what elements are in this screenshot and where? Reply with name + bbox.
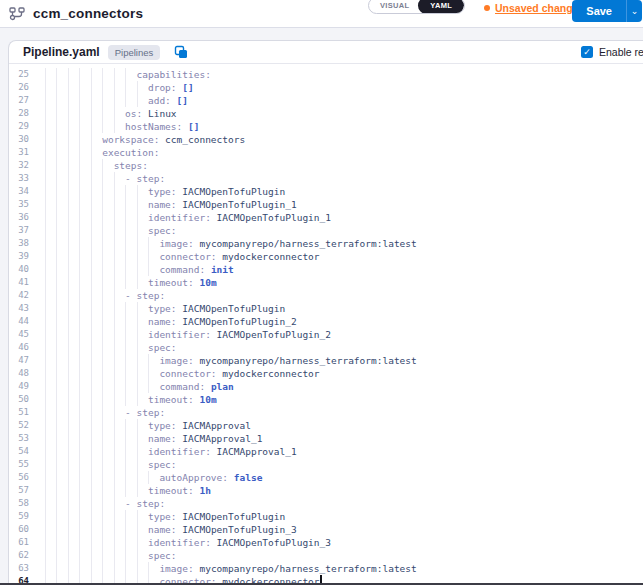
code-line[interactable]: 34type: IACMOpenTofuPlugin [9,185,643,198]
yaml-key: image: [159,562,193,575]
code-line[interactable]: 39connector: mydockerconnector [9,250,643,263]
code-line[interactable]: 45identifier: IACMOpenTofuPlugin_2 [9,328,643,341]
code-line[interactable]: 36identifier: IACMOpenTofuPlugin_1 [9,211,643,224]
yaml-key: timeout: [148,484,194,497]
copy-icon[interactable] [174,45,188,59]
code-line[interactable]: 41timeout: 10m [9,276,643,289]
code-line[interactable]: 60name: IACMOpenTofuPlugin_3 [9,523,643,536]
code-line[interactable]: 38image: mycompanyrepo/harness_terraform… [9,237,643,250]
code-line[interactable]: 31execution: [9,146,643,159]
code-line[interactable]: 26drop: [] [9,81,643,94]
save-button[interactable]: Save [572,0,626,22]
indent-guides [45,341,148,354]
indent-guides [45,354,159,367]
code-line[interactable]: 62spec: [9,549,643,562]
code-line[interactable]: 35name: IACMOpenTofuPlugin_1 [9,198,643,211]
code-line[interactable]: 50timeout: 10m [9,393,643,406]
visual-yaml-toggle[interactable]: VISUAL YAML [368,0,465,14]
code-line[interactable]: 37spec: [9,224,643,237]
unsaved-changes-link[interactable]: Unsaved changes [495,2,584,14]
yaml-list-dash: - [125,497,136,510]
indent-guides [45,328,148,341]
yaml-value: IACMOpenTofuPlugin_3 [211,536,331,549]
code-line[interactable]: 52type: IACMApproval [9,419,643,432]
toggle-yaml-option[interactable]: YAML [418,0,464,14]
yaml-key: command: [159,263,205,276]
code-line[interactable]: 49command: plan [9,380,643,393]
indent-guides [45,536,148,549]
line-number: 33 [9,172,33,185]
readonly-checkbox[interactable]: ✓ [581,46,593,58]
indent-guides [45,393,148,406]
code-line[interactable]: 42- step: [9,289,643,302]
code-line[interactable]: 33- step: [9,172,643,185]
yaml-value: 1h [194,484,211,497]
yaml-list-dash: - [125,172,136,185]
indent-guides [45,146,102,159]
code-line[interactable]: 63image: mycompanyrepo/harness_terraform… [9,562,643,575]
indent-guides [45,523,148,536]
unsaved-changes-status: Unsaved changes [484,2,584,14]
code-line[interactable]: 56autoApprove: false [9,471,643,484]
code-line[interactable]: 44name: IACMOpenTofuPlugin_2 [9,315,643,328]
code-line[interactable]: 48connector: mydockerconnector [9,367,643,380]
indent-guides [45,172,125,185]
indent-guides [45,289,125,302]
code-line[interactable]: 51- step: [9,406,643,419]
yaml-value: IACMOpenTofuPlugin [177,510,286,523]
code-line[interactable]: 57timeout: 1h [9,484,643,497]
line-number: 29 [9,120,33,133]
line-number: 59 [9,510,33,523]
yaml-value: IACMApproval_1 [177,432,263,445]
file-name-label: Pipeline.yaml [23,45,100,59]
code-line[interactable]: 59type: IACMOpenTofuPlugin [9,510,643,523]
indent-guides [45,484,148,497]
code-line[interactable]: 30workspace: ccm_connectors [9,133,643,146]
indent-guides [45,68,137,81]
code-line[interactable]: 46spec: [9,341,643,354]
indent-guides [45,198,148,211]
save-dropdown-caret-icon[interactable]: ⌄ [626,0,642,22]
save-split-button[interactable]: Save ⌄ [572,0,642,22]
yaml-key: capabilities: [137,68,211,81]
indent-guides [45,94,148,107]
pipelines-badge: Pipelines [108,45,161,60]
line-number: 30 [9,133,33,146]
code-line[interactable]: 40command: init [9,263,643,276]
yaml-key: spec: [148,224,177,237]
code-line[interactable]: 29hostNames: [] [9,120,643,133]
indent-guides [45,367,159,380]
yaml-value: IACMOpenTofuPlugin [177,185,286,198]
yaml-code-editor[interactable]: 25capabilities:26drop: []27add: []28os: … [9,64,643,585]
line-number: 25 [9,68,33,81]
indent-guides [45,562,159,575]
code-line[interactable]: 25capabilities: [9,68,643,81]
line-number: 34 [9,185,33,198]
line-number: 52 [9,419,33,432]
code-line[interactable]: 32steps: [9,159,643,172]
code-line[interactable]: 53name: IACMApproval_1 [9,432,643,445]
code-line[interactable]: 27add: [] [9,94,643,107]
yaml-key: connector: [159,367,216,380]
yaml-key: name: [148,198,177,211]
code-line[interactable]: 54identifier: IACMApproval_1 [9,445,643,458]
yaml-key: connector: [159,250,216,263]
indent-guides [45,315,148,328]
indent-guides [45,120,125,133]
editor-panel-header: Pipeline.yaml Pipelines ✓ Enable read/ [9,41,643,64]
line-number: 53 [9,432,33,445]
code-line[interactable]: 58- step: [9,497,643,510]
line-number: 26 [9,81,33,94]
yaml-key: image: [159,354,193,367]
pipeline-icon [9,7,25,21]
code-line[interactable]: 47image: mycompanyrepo/harness_terraform… [9,354,643,367]
yaml-value: 10m [194,393,217,406]
code-line[interactable]: 28os: Linux [9,107,643,120]
toggle-visual-option[interactable]: VISUAL [369,1,418,10]
code-line[interactable]: 61identifier: IACMOpenTofuPlugin_3 [9,536,643,549]
code-line[interactable]: 43type: IACMOpenTofuPlugin [9,302,643,315]
enable-readonly-control: ✓ Enable read/ [581,41,643,63]
yaml-list-dash: - [125,289,136,302]
code-line[interactable]: 55spec: [9,458,643,471]
yaml-value: mycompanyrepo/harness_terraform:latest [194,354,417,367]
